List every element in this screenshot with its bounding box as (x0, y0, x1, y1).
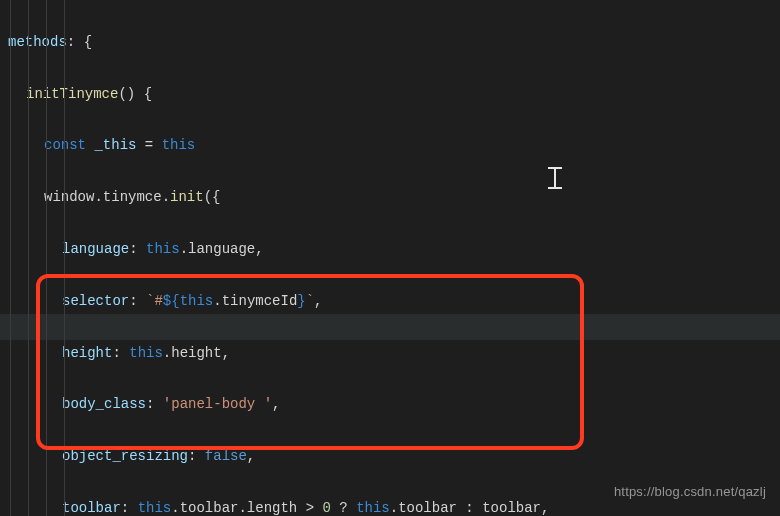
code-line: selector: `#${this.tinymceId}`, (8, 289, 780, 315)
code-line: initTinymce() { (8, 82, 780, 108)
watermark-text: https://blog.csdn.net/qazlj (614, 480, 766, 504)
code-line: language: this.language, (8, 237, 780, 263)
code-line: height: this.height, (8, 341, 780, 367)
code-line: const _this = this (8, 133, 780, 159)
code-line: object_resizing: false, (8, 444, 780, 470)
code-line: body_class: 'panel-body ', (8, 392, 780, 418)
code-line: window.tinymce.init({ (8, 185, 780, 211)
code-editor[interactable]: methods: { initTinymce() { const _this =… (0, 0, 780, 516)
code-line: methods: { (8, 30, 780, 56)
